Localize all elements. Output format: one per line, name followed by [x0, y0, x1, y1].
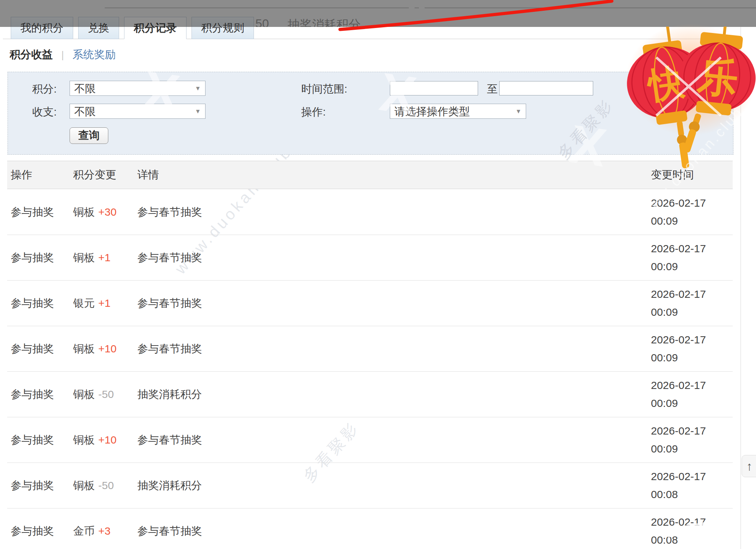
- subnav-separator: |: [61, 49, 64, 61]
- table-row: 参与抽奖 铜板+30 参与春节抽奖 2026-02-1700:09: [7, 189, 733, 235]
- balance-filter-label: 收支:: [22, 104, 57, 120]
- row-change: 铜板-50: [73, 387, 137, 402]
- chevron-down-icon: ▼: [195, 81, 201, 96]
- row-time: 2026-02-1700:09: [651, 194, 733, 230]
- row-currency: 铜板: [73, 388, 95, 400]
- row-detail: 参与春节抽奖: [137, 296, 651, 311]
- row-time: 2026-02-1700:09: [651, 422, 733, 458]
- subnav-item-points-income[interactable]: 积分收益: [10, 47, 53, 62]
- row-change-value: +30: [98, 206, 117, 218]
- row-change-value: +3: [98, 525, 110, 537]
- row-change: 铜板+10: [73, 342, 137, 356]
- subnav-item-system-reward[interactable]: 系统奖励: [72, 47, 115, 62]
- row-change-value: -50: [98, 388, 114, 400]
- table-row: 参与抽奖 金币+3 参与春节抽奖 2026-02-1700:08: [7, 508, 733, 549]
- action-filter-value: 请选择操作类型: [394, 105, 470, 117]
- row-action: 参与抽奖: [11, 296, 73, 311]
- row-action: 参与抽奖: [11, 478, 73, 493]
- chevron-down-icon: ▼: [195, 104, 201, 119]
- row-detail: 参与春节抽奖: [137, 433, 651, 447]
- back-to-top-button[interactable]: ↑: [742, 455, 756, 477]
- row-currency: 铜板: [73, 252, 95, 263]
- row-change: 银元+1: [73, 296, 137, 311]
- row-detail: 参与春节抽奖: [137, 250, 651, 265]
- row-action: 参与抽奖: [11, 250, 73, 265]
- row-action: 参与抽奖: [11, 342, 73, 356]
- row-currency: 铜板: [73, 434, 95, 446]
- row-change-value: +1: [98, 297, 110, 309]
- row-change-value: -50: [98, 479, 114, 491]
- row-action: 参与抽奖: [11, 205, 73, 220]
- time-range-label: 时间范围:: [301, 81, 347, 97]
- row-currency: 银元: [73, 297, 95, 309]
- table-row: 参与抽奖 铜板-50 抽奖消耗积分 2026-02-1700:08: [7, 463, 733, 508]
- row-change: 金币+3: [73, 524, 137, 539]
- points-filter-select[interactable]: 不限 ▼: [70, 81, 205, 96]
- table-header: 操作 积分变更 详情 变更时间: [7, 161, 733, 189]
- balance-filter-value: 不限: [74, 105, 96, 117]
- col-header-change: 积分变更: [73, 168, 137, 182]
- row-detail: 参与春节抽奖: [137, 342, 651, 356]
- row-change: 铜板+1: [73, 250, 137, 265]
- dark-overlay-band: [0, 0, 756, 27]
- row-currency: 金币: [73, 525, 95, 537]
- row-time: 2026-02-1700:08: [651, 513, 733, 549]
- col-header-time: 变更时间: [651, 168, 733, 182]
- balance-filter-select[interactable]: 不限 ▼: [70, 104, 205, 119]
- filter-panel: 积分: 不限 ▼ 收支: 不限 ▼ 时间范围: 至 操作: 请选择操作类型 ▼ …: [8, 72, 733, 155]
- row-time: 2026-02-1700:09: [651, 376, 733, 412]
- row-currency: 铜板: [73, 206, 95, 218]
- points-record-page: 50 抽奖消耗积分 我的积分兑换积分记录积分规则 积分收益 | 系统奖励 积分:…: [0, 0, 756, 549]
- points-filter-value: 不限: [74, 83, 96, 94]
- row-currency: 铜板: [73, 343, 95, 355]
- table-row: 参与抽奖 银元+1 参与春节抽奖 2026-02-1700:09: [7, 281, 733, 326]
- arrow-up-icon: ↑: [746, 459, 752, 473]
- row-change-value: +1: [98, 252, 110, 263]
- row-currency: 铜板: [73, 479, 95, 491]
- row-time: 2026-02-1700:09: [651, 240, 733, 276]
- row-action: 参与抽奖: [11, 433, 73, 447]
- points-filter-label: 积分:: [22, 81, 57, 97]
- subnav: 积分收益 | 系统奖励: [10, 47, 115, 62]
- row-change: 铜板+30: [73, 205, 137, 220]
- row-time: 2026-02-1700:09: [651, 331, 733, 367]
- table-row: 参与抽奖 铜板+10 参与春节抽奖 2026-02-1700:09: [7, 417, 733, 463]
- row-change-value: +10: [98, 343, 117, 355]
- query-button[interactable]: 查询: [70, 127, 108, 144]
- action-filter-select[interactable]: 请选择操作类型 ▼: [390, 104, 526, 119]
- table-row: 参与抽奖 铜板+10 参与春节抽奖 2026-02-1700:09: [7, 326, 733, 372]
- row-change-value: +10: [98, 434, 117, 446]
- col-header-detail: 详情: [137, 168, 651, 182]
- row-detail: 抽奖消耗积分: [137, 478, 651, 493]
- table-row: 参与抽奖 铜板-50 抽奖消耗积分 2026-02-1700:09: [7, 372, 733, 417]
- row-change: 铜板-50: [73, 478, 137, 493]
- content-right-border: [741, 27, 741, 549]
- row-change: 铜板+10: [73, 433, 137, 447]
- to-label: 至: [487, 81, 498, 97]
- action-filter-label: 操作:: [301, 104, 326, 120]
- row-detail: 参与春节抽奖: [137, 524, 651, 539]
- row-time: 2026-02-1700:09: [651, 285, 733, 321]
- row-time: 2026-02-1700:08: [651, 468, 733, 503]
- col-header-action: 操作: [11, 168, 73, 182]
- time-to-input[interactable]: [499, 81, 593, 95]
- time-from-input[interactable]: [390, 81, 478, 95]
- row-action: 参与抽奖: [11, 387, 73, 402]
- table-row: 参与抽奖 铜板+1 参与春节抽奖 2026-02-1700:09: [7, 235, 733, 281]
- row-action: 参与抽奖: [11, 524, 73, 539]
- chevron-down-icon: ▼: [515, 104, 521, 119]
- table-body: 参与抽奖 铜板+30 参与春节抽奖 2026-02-1700:09 参与抽奖 铜…: [7, 189, 733, 549]
- row-detail: 抽奖消耗积分: [137, 387, 651, 402]
- row-detail: 参与春节抽奖: [137, 205, 651, 220]
